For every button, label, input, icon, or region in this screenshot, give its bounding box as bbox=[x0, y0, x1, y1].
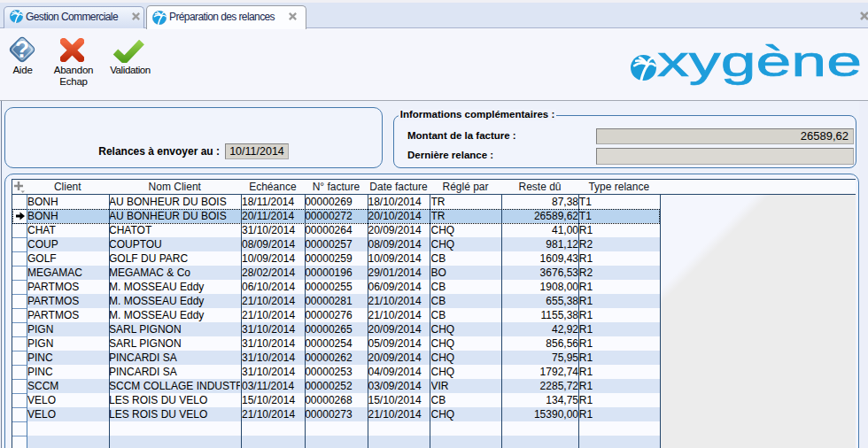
svg-text:xygène: xygène bbox=[657, 42, 862, 85]
svg-text:?: ? bbox=[15, 36, 30, 63]
